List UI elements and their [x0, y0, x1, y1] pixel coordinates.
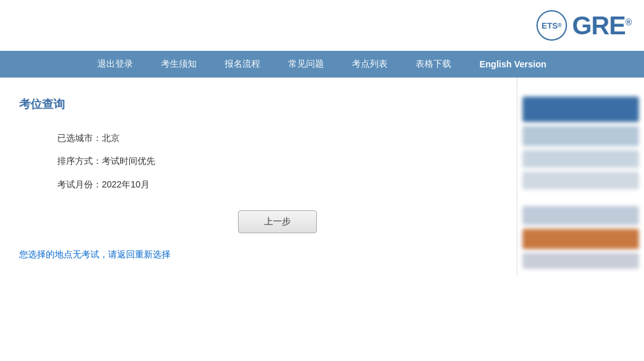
sort-label: 排序方式： [57, 156, 102, 166]
nav-notice[interactable]: 考生须知 [147, 51, 211, 78]
city-value: 北京 [102, 133, 120, 143]
sort-row: 排序方式：考试时间优先 [57, 154, 498, 168]
sidebar-block-3 [522, 150, 639, 168]
sidebar-block-orange [522, 229, 639, 249]
ets-text: ETS [542, 21, 557, 31]
sidebar-block-6 [522, 253, 639, 269]
nav-centers[interactable]: 考点列表 [338, 51, 402, 78]
city-row: 已选城市：北京 [57, 131, 498, 145]
sidebar-block-1 [522, 97, 639, 122]
right-sidebar [517, 78, 644, 275]
ets-logo: ETS® [536, 10, 567, 41]
city-label: 已选城市： [57, 133, 102, 143]
sidebar-inner [517, 90, 644, 275]
navbar: 退出登录 考生须知 报名流程 常见问题 考点列表 表格下载 English Ve… [0, 51, 644, 78]
error-message: 您选择的地点无考试，请返回重新选择 [19, 246, 498, 261]
ets-registered: ® [557, 22, 562, 29]
gre-logo: GRE® [572, 11, 631, 40]
month-row: 考试月份：2022年10月 [57, 177, 498, 191]
gre-text: GRE [572, 11, 626, 39]
sort-value: 考试时间优先 [102, 156, 155, 166]
sidebar-block-2 [522, 126, 639, 146]
month-label: 考试月份： [57, 179, 102, 189]
left-panel: 考位查询 已选城市：北京 排序方式：考试时间优先 考试月份：2022年10月 上… [0, 78, 517, 275]
month-value: 2022年10月 [102, 179, 150, 189]
nav-english[interactable]: English Version [465, 51, 560, 78]
logo-area: ETS® GRE® [536, 10, 631, 41]
nav-logout[interactable]: 退出登录 [83, 51, 147, 78]
nav-faq[interactable]: 常见问题 [274, 51, 338, 78]
info-section: 已选城市：北京 排序方式：考试时间优先 考试月份：2022年10月 [57, 131, 498, 191]
nav-download[interactable]: 表格下载 [402, 51, 465, 78]
page-title: 考位查询 [19, 90, 498, 112]
header: ETS® GRE® [0, 0, 644, 51]
button-area: 上一步 [57, 210, 498, 233]
gre-registered: ® [626, 17, 631, 27]
prev-button[interactable]: 上一步 [238, 210, 317, 233]
main-content: 考位查询 已选城市：北京 排序方式：考试时间优先 考试月份：2022年10月 上… [0, 78, 644, 275]
sidebar-block-5 [522, 206, 639, 225]
sidebar-block-4 [522, 172, 639, 189]
nav-process[interactable]: 报名流程 [211, 51, 274, 78]
